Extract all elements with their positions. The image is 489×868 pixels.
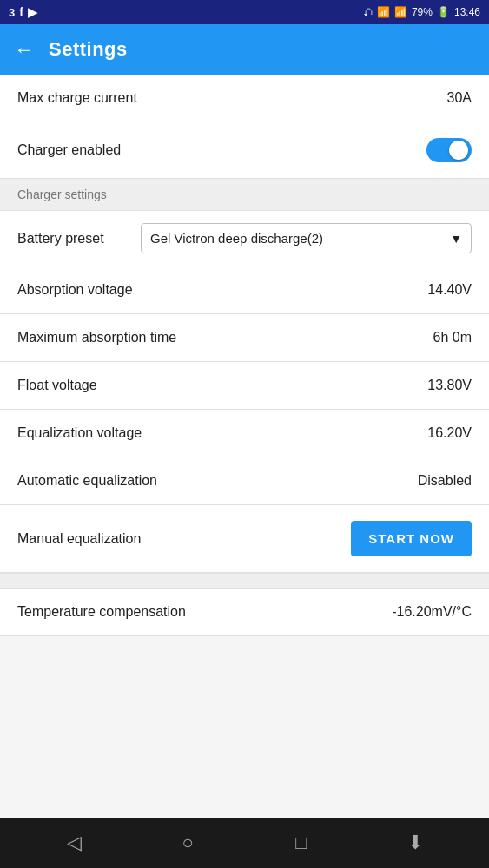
absorption-voltage-value: 14.40V <box>427 282 472 298</box>
manual-equalization-row: Manual equalization START NOW <box>0 505 489 573</box>
bottom-nav: ◁ ○ □ ⬇ <box>0 818 489 868</box>
content-spacer <box>0 636 489 818</box>
signal-icon: 📶 <box>394 6 407 18</box>
temperature-compensation-label: Temperature compensation <box>17 604 186 620</box>
automatic-equalization-value: Disabled <box>418 473 472 489</box>
battery-icon: 🔋 <box>437 6 450 18</box>
status-right: ⮏ 📶 📶 79% 🔋 13:46 <box>362 6 480 18</box>
start-now-button[interactable]: START NOW <box>351 521 472 556</box>
facebook-icon: f <box>19 5 23 19</box>
status-notifications: 3 <box>9 6 15 19</box>
temperature-compensation-value: -16.20mV/°C <box>392 604 472 620</box>
charger-settings-header: Charger settings <box>0 179 489 211</box>
nav-home-button[interactable]: ○ <box>166 821 209 865</box>
nav-back-button[interactable]: ◁ <box>52 821 96 865</box>
back-button[interactable]: ← <box>14 39 35 60</box>
float-voltage-row[interactable]: Float voltage 13.80V <box>0 362 489 410</box>
automatic-equalization-label: Automatic equalization <box>17 473 157 489</box>
charger-enabled-toggle[interactable] <box>426 138 472 162</box>
battery-preset-value: Gel Victron deep discharge(2) <box>150 231 445 246</box>
manual-equalization-label: Manual equalization <box>17 531 141 547</box>
battery-preset-dropdown[interactable]: Gel Victron deep discharge(2) ▼ <box>141 223 472 253</box>
equalization-voltage-row[interactable]: Equalization voltage 16.20V <box>0 410 489 457</box>
float-voltage-value: 13.80V <box>427 378 472 393</box>
status-left: 3 f ▶ <box>9 5 37 19</box>
status-bar: 3 f ▶ ⮏ 📶 📶 79% 🔋 13:46 <box>0 0 489 24</box>
absorption-voltage-row[interactable]: Absorption voltage 14.40V <box>0 266 489 314</box>
section-divider <box>0 573 489 589</box>
equalization-voltage-value: 16.20V <box>427 425 472 441</box>
wifi-icon: 📶 <box>377 6 390 18</box>
nav-recents-button[interactable]: □ <box>280 821 323 865</box>
max-charge-current-value: 30A <box>447 90 472 106</box>
charger-enabled-row: Charger enabled <box>0 122 489 179</box>
max-absorption-time-value: 6h 0m <box>433 330 472 345</box>
automatic-equalization-row[interactable]: Automatic equalization Disabled <box>0 457 489 505</box>
battery-preset-row[interactable]: Battery preset Gel Victron deep discharg… <box>0 211 489 266</box>
temperature-compensation-row[interactable]: Temperature compensation -16.20mV/°C <box>0 589 489 636</box>
toggle-slider <box>426 138 472 162</box>
max-charge-current-label: Max charge current <box>17 90 137 106</box>
page-title: Settings <box>49 38 128 61</box>
app-bar: ← Settings <box>0 24 489 75</box>
bluetooth-icon: ⮏ <box>362 6 373 18</box>
float-voltage-label: Float voltage <box>17 378 97 393</box>
youtube-icon: ▶ <box>28 5 37 19</box>
max-absorption-time-row[interactable]: Maximum absorption time 6h 0m <box>0 314 489 362</box>
charger-settings-label: Charger settings <box>17 187 107 201</box>
nav-download-button[interactable]: ⬇ <box>393 821 437 865</box>
equalization-voltage-label: Equalization voltage <box>17 425 142 441</box>
chevron-down-icon: ▼ <box>450 232 462 246</box>
clock: 13:46 <box>454 6 480 18</box>
battery-preset-label: Battery preset <box>17 231 130 247</box>
max-charge-current-row[interactable]: Max charge current 30A <box>0 75 489 122</box>
charger-enabled-label: Charger enabled <box>17 142 121 158</box>
max-absorption-time-label: Maximum absorption time <box>17 330 176 345</box>
battery-percentage: 79% <box>412 6 433 18</box>
absorption-voltage-label: Absorption voltage <box>17 282 133 298</box>
